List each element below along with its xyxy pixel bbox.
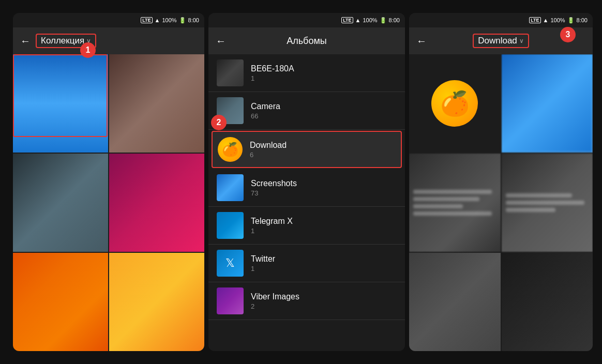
left-top-bar: ← Коллекция ∨ [13,27,204,54]
left-panel: LTE ▲ 100% 🔋 8:00 ← Коллекция ∨ [13,13,204,351]
step-badge-2: 2 [211,115,227,130]
album-name-download: Download [250,141,396,150]
album-thumb-telegram [217,212,244,239]
middle-top-bar: ← Альбомы [208,27,405,54]
blur-line [506,208,555,212]
download-folder-icon: 🍊 [431,80,478,127]
right-panel: LTE ▲ 100% 🔋 8:00 ← Download ∨ 🍊 [409,13,593,351]
right-cell-1[interactable] [502,54,593,153]
album-info-twitter: Twitter 1 [251,254,397,272]
blur-line [506,201,584,205]
middle-title: Альбомы [287,36,327,47]
album-count-be6e: 1 [251,74,397,82]
album-name-camera: Camera [251,102,397,111]
time: 8:00 [188,17,199,23]
step-badge-1: 1 [80,42,96,58]
album-info-be6e: BE6E-180A 1 [251,64,397,82]
album-count-camera: 66 [251,112,397,120]
album-name-viber: Viber Images [251,292,397,301]
album-thumb-viber [217,287,244,314]
middle-panel: LTE ▲ 100% 🔋 8:00 ← Альбомы BE6E [208,13,405,351]
photo-cell-3[interactable] [13,154,108,252]
lte-badge: LTE [141,17,152,23]
back-button-left[interactable]: ← [20,35,31,47]
album-item-viber[interactable]: Viber Images 2 [208,282,405,320]
blur-line [413,197,479,201]
left-status-bar: LTE ▲ 100% 🔋 8:00 [13,13,204,27]
album-thumb-download: 🍊 [218,137,243,162]
album-thumb-twitter: 𝕏 [217,250,244,277]
download-dropdown[interactable]: Download ∨ [473,34,529,48]
lte-badge-right: LTE [529,17,540,23]
signal-icon-right: ▲ [543,17,549,23]
left-title: Коллекция [41,36,84,46]
lte-badge-mid: LTE [341,17,353,23]
album-item-be6e[interactable]: BE6E-180A 1 [208,54,405,92]
right-photo-grid: 🍊 [409,54,593,351]
battery-percent: 100% [162,17,176,23]
blur-line [413,190,492,194]
time-mid: 8:00 [389,17,400,23]
right-cell-3[interactable] [502,154,593,252]
back-button-right[interactable]: ← [416,35,427,47]
photo-cell-2[interactable] [109,54,204,153]
album-name-be6e: BE6E-180A [251,64,397,73]
photo-cell-6[interactable] [109,253,204,351]
photo-cell-1[interactable] [13,54,108,153]
album-name-screenshots: Screenshots [251,179,397,188]
photo-cell-5[interactable] [13,253,108,351]
album-thumb-be6e [217,59,244,86]
step-badge-3: 3 [560,27,576,42]
blur-line [506,193,572,198]
middle-status-bar: LTE ▲ 100% 🔋 8:00 [208,13,405,27]
album-count-viber: 2 [251,302,397,310]
album-info-viber: Viber Images 2 [251,292,397,310]
blur-line [413,211,492,216]
album-count-telegram: 1 [251,227,397,235]
photo-grid [13,54,204,351]
album-thumb-screenshots [217,174,244,201]
right-title: Download [478,36,517,46]
blur-line [413,204,463,208]
album-info-camera: Camera 66 [251,102,397,120]
album-item-camera[interactable]: Camera 66 [208,92,405,130]
album-info-download: Download 6 [250,141,396,159]
album-list: BE6E-180A 1 Camera 66 🍊 [208,54,405,351]
right-cell-orange[interactable]: 🍊 [409,54,501,153]
album-info-screenshots: Screenshots 73 [251,179,397,197]
right-cell-4[interactable] [409,253,501,351]
album-name-twitter: Twitter [251,254,397,264]
signal-icon: ▲ [155,17,160,23]
album-item-screenshots[interactable]: Screenshots 73 [208,169,405,207]
battery-percent-right: 100% [550,17,565,23]
album-name-telegram: Telegram X [251,217,397,226]
battery-icon: 🔋 [179,17,186,24]
chevron-down-icon-right: ∨ [519,37,524,44]
album-item-download[interactable]: 🍊 Download 6 [212,131,402,168]
album-count-twitter: 1 [251,265,397,272]
right-status-bar: LTE ▲ 100% 🔋 8:00 [409,13,593,27]
battery-icon-mid: 🔋 [380,17,387,24]
battery-percent-mid: 100% [363,17,377,23]
album-info-telegram: Telegram X 1 [251,217,397,235]
time-right: 8:00 [577,17,588,23]
photo-cell-4[interactable] [109,154,204,252]
back-button-mid[interactable]: ← [216,35,226,47]
right-cell-5[interactable] [502,253,593,351]
album-item-twitter[interactable]: 𝕏 Twitter 1 [208,245,405,282]
right-cell-2[interactable] [409,154,501,252]
album-count-screenshots: 73 [251,189,397,197]
battery-icon-right: 🔋 [567,17,575,24]
signal-icon-mid: ▲ [355,17,361,23]
album-count-download: 6 [250,151,396,159]
album-item-telegram[interactable]: Telegram X 1 [208,207,405,245]
